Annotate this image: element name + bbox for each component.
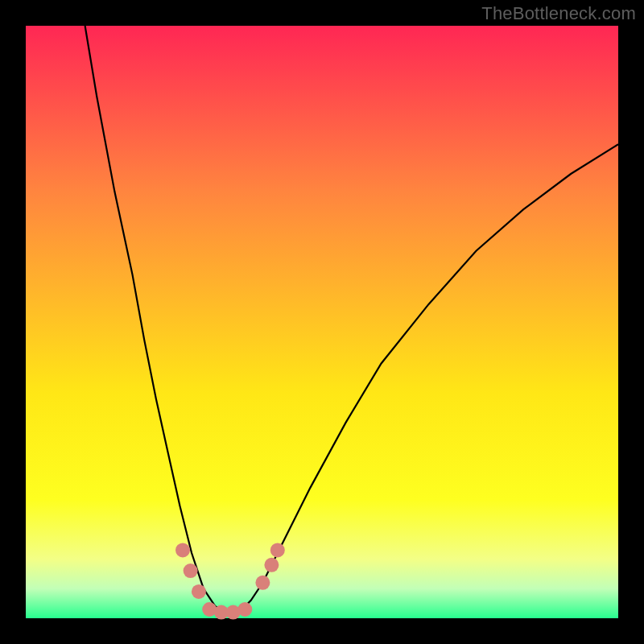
curve-marker-dot	[270, 543, 285, 557]
chart-frame: TheBottleneck.com	[0, 0, 644, 644]
curve-marker-dot	[175, 543, 190, 557]
curve-marker-dot	[255, 576, 270, 590]
curve-marker-dot	[184, 564, 198, 578]
curve-marker-dot	[264, 558, 279, 572]
watermark-text: TheBottleneck.com	[481, 3, 636, 24]
curve-marker-dot	[192, 584, 206, 599]
plot-background	[26, 26, 618, 618]
chart-svg	[0, 0, 644, 644]
curve-marker-dot	[237, 602, 252, 617]
